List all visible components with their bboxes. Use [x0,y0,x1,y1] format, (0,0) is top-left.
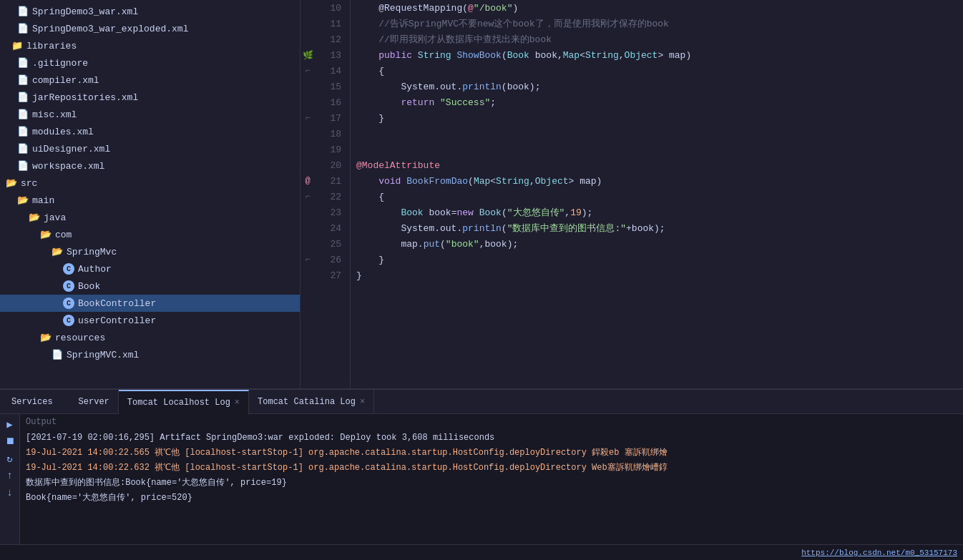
tree-item-com[interactable]: 📂 com [0,226,300,243]
tree-item-springdemo3-war-exploded-xml[interactable]: 📄 SpringDemo3_war_exploded.xml [0,20,300,37]
code-token: System.out. [356,223,462,234]
main-area: 📄 SpringDemo3_war.xml📄 SpringDemo3_war_e… [0,0,963,388]
tree-item-workspace-xml[interactable]: 📄 workspace.xml [0,157,300,175]
tree-item-label: com [55,230,72,240]
tab-close-button[interactable]: × [360,397,365,407]
code-token: String [585,50,619,61]
code-line: void BookFromDao(Map<String,Object> map) [356,173,957,189]
gutter-cell [300,267,315,283]
tree-item-author[interactable]: CAuthor [0,260,300,277]
code-token: ShowBook [456,50,501,61]
class-icon: C [63,298,74,309]
tab-server[interactable]: Server [70,390,119,414]
folder-icon: 📄 [17,126,29,137]
code-token: ( [468,176,474,187]
arrow-up-button[interactable]: ↑ [3,468,17,483]
folder-icon: 📂 [17,195,29,206]
tree-item-gitignore[interactable]: 📄 .gitignore [0,54,300,72]
tree-item-jarrepositories-xml[interactable]: 📄 jarRepositories.xml [0,89,300,106]
line-number: 14 [321,63,341,79]
tree-item-misc-xml[interactable]: 📄 misc.xml [0,106,300,123]
tree-item-usercontroller[interactable]: CuserController [0,312,300,329]
output-line: 19-Jul-2021 14:00:22.632 祺℃他 [localhost-… [26,461,957,475]
code-token: map. [356,239,424,250]
code-token: String [496,176,529,187]
code-token: Book [507,50,529,61]
tree-item-uidesigner-xml[interactable]: 📄 uiDesigner.xml [0,140,300,157]
tree-item-resources[interactable]: 📂 resources [0,329,300,346]
code-token: @ModelAttribute [356,160,440,171]
gutter-cell: ⌐ [300,189,315,205]
class-icon: C [63,263,74,275]
run-button[interactable]: ▶ [3,417,17,431]
tree-item-springmvc[interactable]: 📂 SpringMvc [0,243,300,260]
folder-icon: 📁 [11,40,23,51]
tree-item-label: SpringMvc [67,247,117,257]
gutter-cell [300,31,315,47]
code-line: System.out.println("数据库中查到的图书信息:"+book); [356,220,957,236]
code-line: System.out.println(book); [356,79,957,94]
line-number: 10 [321,0,341,16]
gutter-cell [300,157,315,173]
tree-item-bookcontroller[interactable]: CBookController [0,295,300,312]
arrow-down-button[interactable]: ↓ [3,486,17,500]
code-token: @ [468,3,474,14]
gutter-cell [300,94,315,110]
code-line: public String ShowBook(Book book,Map<Str… [356,47,957,63]
tree-item-compiler-xml[interactable]: 📄 compiler.xml [0,72,300,89]
line-number: 27 [321,267,341,283]
code-line: } [356,252,957,267]
code-token: < [580,50,585,61]
code-token [451,50,457,61]
tab-tomcat-catalina[interactable]: Tomcat Catalina Log× [249,390,374,414]
code-token: void [378,176,401,187]
gutter-cell [300,126,315,142]
tab-tomcat-localhost[interactable]: Tomcat Localhost Log× [119,390,249,414]
output-area: ▶ ⏹ ↻ ↑ ↓ Output [2021-07-19 02:00:16,29… [0,414,963,544]
code-token: book= [424,207,457,218]
line-numbers: 101112131415161718192021222324252627 [315,0,351,388]
code-token: String [418,50,451,61]
code-token: new [456,207,473,218]
output-content: Output [2021-07-19 02:00:16,295] Artifac… [20,414,963,544]
code-token: Map [563,50,580,61]
tree-item-main[interactable]: 📂 main [0,192,300,209]
code-editor: 🌿⌐⌐@⌐⌐ 101112131415161718192021222324252… [300,0,963,388]
line-number: 23 [321,205,341,220]
line-number: 15 [321,79,341,94]
tree-item-springmvc-xml[interactable]: 📄 SpringMVC.xml [0,346,300,363]
code-token: "Success" [440,97,490,108]
tree-item-java[interactable]: 📂 java [0,209,300,226]
code-token: println [462,223,502,234]
output-line: Book{name='大忽悠自传', price=520} [26,491,957,505]
code-token: ) [512,3,518,14]
tree-item-label: uiDesigner.xml [32,144,110,154]
line-number: 22 [321,189,341,205]
output-line: 数据库中查到的图书信息:Book{name='大忽悠自传', price=19} [26,476,957,490]
code-token: public [378,50,412,61]
stop-button[interactable]: ⏹ [3,434,17,448]
code-line: map.put("book",book); [356,236,957,252]
tree-item-label: SpringDemo3_war_exploded.xml [32,24,188,34]
restart-button[interactable]: ↻ [3,451,17,466]
code-line: { [356,63,957,79]
tree-item-springdemo3-war-xml[interactable]: 📄 SpringDemo3_war.xml [0,3,300,20]
folder-icon: 📄 [17,74,29,86]
folder-icon: 📄 [52,349,63,360]
tree-item-book[interactable]: CBook [0,277,300,295]
tree-item-label: main [32,195,54,206]
status-link[interactable]: https://blog.csdn.net/m0_53157173 [801,549,957,557]
tree-item-libraries[interactable]: 📁 libraries [0,37,300,54]
code-token: , [619,50,625,61]
line-number: 16 [321,94,341,110]
code-line: return "Success"; [356,94,957,110]
tree-item-modules-xml[interactable]: 📄 modules.xml [0,123,300,140]
gutter-cell [300,16,315,31]
tree-item-label: jarRepositories.xml [32,92,138,103]
tab-close-button[interactable]: × [235,398,240,408]
code-token: ; [490,97,496,108]
line-number: 25 [321,236,341,252]
gutter-cell: 🌿 [300,47,315,63]
tree-item-src[interactable]: 📂 src [0,175,300,192]
tree-item-label: SpringDemo3_war.xml [32,6,138,17]
